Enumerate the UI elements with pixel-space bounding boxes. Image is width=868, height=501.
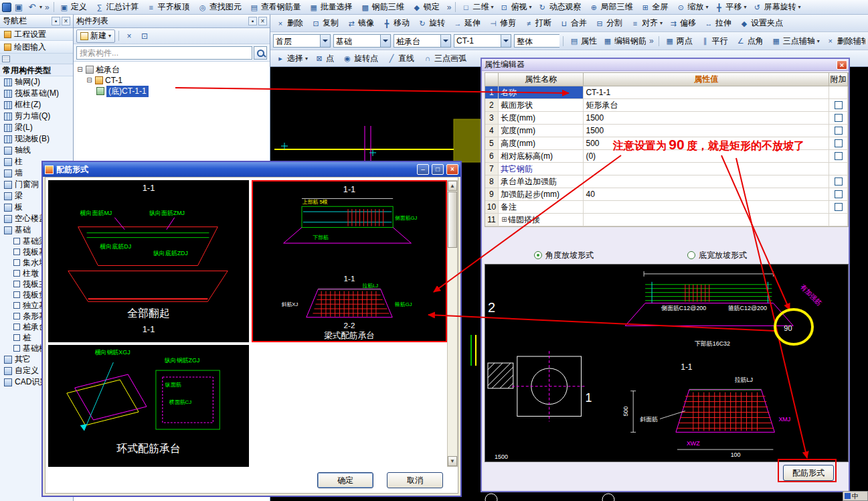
toolbar-button[interactable]: ⊔ 合并 bbox=[557, 17, 592, 29]
attach-checkbox[interactable] bbox=[835, 203, 843, 211]
toolbar-button[interactable]: ◆ 锁定 bbox=[410, 1, 444, 13]
sidebar-item[interactable]: 剪力墙(Q) bbox=[0, 111, 73, 122]
property-value[interactable]: (0) bbox=[584, 150, 829, 163]
toolbar-button[interactable]: × 删除 bbox=[273, 17, 308, 29]
toolbar-button[interactable]: ⇉ 偏移 bbox=[666, 17, 701, 29]
property-value[interactable]: 40 bbox=[584, 188, 829, 201]
attach-checkbox[interactable] bbox=[835, 127, 843, 135]
toolbar-button[interactable]: ╋ 平移 ▾ bbox=[711, 1, 749, 13]
toolbar-button[interactable]: × 删除辅轴 bbox=[823, 35, 865, 48]
toolbar-button[interactable]: ∩ 三点画弧 bbox=[420, 52, 471, 65]
property-row[interactable]: 4 宽度(mm) 1500 bbox=[485, 125, 848, 137]
attach-checkbox[interactable] bbox=[835, 101, 843, 109]
scrollbar-thumb[interactable] bbox=[448, 192, 457, 248]
sidebar-item[interactable]: 现浇板(B) bbox=[0, 133, 73, 145]
property-value[interactable]: 矩形承台 bbox=[584, 99, 829, 112]
rebar-style-option-full-flip[interactable]: 1-1 横向面筋MJ 纵向面筋ZMJ 横向底筋DJ 纵向底筋ZDJ 全部翻起 1… bbox=[48, 180, 249, 342]
sidebar-group[interactable]: 轴线 bbox=[0, 145, 73, 156]
toolbar-overflow-chevron[interactable]: » bbox=[648, 36, 655, 46]
toolbar-button[interactable]: ▦ 批量选择 bbox=[307, 1, 357, 13]
selection-combo[interactable]: CT-1 bbox=[454, 34, 511, 48]
close-icon[interactable]: × bbox=[258, 17, 267, 25]
property-value[interactable]: 1500 bbox=[584, 125, 829, 137]
property-row[interactable]: 2 截面形状 矩形承台 bbox=[485, 99, 848, 112]
toolbar-overflow-chevron[interactable]: » bbox=[446, 3, 453, 12]
toolbar-button[interactable]: ⊙ 缩放 ▾ bbox=[673, 1, 711, 13]
toolbar-button[interactable]: ▩ 钢筋三维 bbox=[358, 1, 409, 13]
radio-angle-slope[interactable]: 角度放坡形式 bbox=[534, 250, 594, 261]
toolbar-button[interactable]: ▤ 查看钢筋量 bbox=[247, 1, 306, 13]
toolbar-button[interactable]: □ 二维 ▾ bbox=[458, 1, 496, 13]
toolbar-button[interactable]: ∥ 平行 bbox=[698, 35, 733, 48]
dialog-scrollbar[interactable]: ▲ ▼ bbox=[447, 180, 458, 467]
toolbar-button[interactable]: ╋ 移动 bbox=[379, 17, 414, 29]
toolbar-button[interactable]: ≠ 打断 bbox=[521, 17, 556, 29]
property-row[interactable]: 7 其它钢筋 bbox=[485, 163, 848, 175]
property-value[interactable]: 500 bbox=[584, 137, 829, 150]
close-icon[interactable]: × bbox=[446, 164, 458, 175]
toolbar-button[interactable]: ⊡ 复制 bbox=[309, 17, 343, 29]
toolbar-button[interactable]: ▦ 两点 bbox=[663, 35, 697, 48]
chevron-down-icon[interactable] bbox=[320, 35, 330, 47]
scroll-up-icon[interactable]: ▲ bbox=[448, 181, 457, 191]
expand-icon[interactable]: ⊞ bbox=[501, 216, 508, 224]
collapse-icon[interactable]: ⊟ bbox=[86, 77, 93, 84]
chevron-down-icon[interactable] bbox=[380, 35, 390, 47]
property-row[interactable]: 6 相对底标高(m) (0) bbox=[485, 150, 848, 163]
sidebar-item[interactable]: 轴网(J) bbox=[0, 76, 73, 88]
toolbar-button[interactable]: ≡ 对齐 ▾ bbox=[628, 17, 665, 29]
property-row[interactable]: 5 高度(mm) 500 bbox=[485, 137, 848, 150]
property-value[interactable] bbox=[584, 201, 829, 214]
input-method-indicator[interactable]: 中 bbox=[843, 491, 868, 501]
chevron-down-icon[interactable] bbox=[440, 35, 450, 47]
save-icon[interactable]: ▣ bbox=[13, 1, 25, 13]
property-value[interactable] bbox=[584, 175, 829, 188]
rebar-style-option-ring[interactable]: 横向钢筋XGJ 纵向钢筋ZGJ 纵面筋 横面筋CJ 环式配筋承台 bbox=[48, 345, 249, 467]
ok-button[interactable]: 确定 bbox=[317, 472, 373, 488]
undo-dropdown-icon[interactable]: ▾ bbox=[39, 4, 42, 10]
toolbar-button[interactable]: ↔ 拉伸 bbox=[701, 17, 736, 29]
scroll-down-icon[interactable]: ▼ bbox=[448, 456, 457, 466]
attach-checkbox[interactable] bbox=[835, 190, 843, 198]
search-input[interactable] bbox=[76, 46, 252, 60]
attach-checkbox[interactable] bbox=[835, 152, 843, 160]
collapse-icon[interactable]: ⊟ bbox=[76, 66, 84, 74]
toolbar-button[interactable]: ↺ 屏幕旋转 ▾ bbox=[750, 1, 803, 13]
selection-combo[interactable]: 桩承台 bbox=[394, 34, 451, 48]
property-row[interactable]: 10 备注 bbox=[485, 201, 848, 214]
attach-checkbox[interactable] bbox=[835, 177, 843, 186]
toolbar-button[interactable]: ↻ 动态观察 bbox=[535, 1, 586, 13]
property-value[interactable] bbox=[584, 163, 829, 175]
property-row[interactable]: 9 加强筋起步(mm) 40 bbox=[485, 188, 848, 201]
property-row[interactable]: 11 ⊞ 锚固搭接 bbox=[485, 214, 848, 226]
selection-combo[interactable]: 基础 bbox=[333, 34, 391, 48]
toolbar-button[interactable]: ⊠ 点 bbox=[312, 52, 339, 65]
property-row[interactable]: 1 名称 CT-1-1 bbox=[485, 86, 848, 99]
undo-icon[interactable]: ↶ bbox=[26, 1, 38, 13]
toolbar-button[interactable]: ▣ 定义 bbox=[57, 1, 92, 13]
search-icon[interactable] bbox=[254, 46, 267, 60]
toolbar-button[interactable]: ▸ 选择 ▾ bbox=[273, 52, 311, 65]
toolbar-button[interactable]: ⊡ 俯视 ▾ bbox=[497, 1, 534, 13]
property-row[interactable]: 8 承台单边加强筋 bbox=[485, 175, 848, 188]
toolbar-button[interactable]: ◆ 设置夹点 bbox=[737, 17, 788, 29]
toolbar-button[interactable]: ⊕ 局部三维 bbox=[586, 1, 637, 13]
pin-icon[interactable]: ▪ bbox=[52, 17, 60, 25]
toolbar-button[interactable]: ∠ 点角 bbox=[733, 35, 768, 48]
toolbar-button[interactable]: ⊣ 修剪 bbox=[486, 17, 521, 29]
selection-combo[interactable]: 整体 bbox=[514, 34, 559, 48]
list-icon[interactable] bbox=[2, 56, 10, 62]
toolbar-button[interactable]: ╱ 直线 bbox=[384, 52, 419, 65]
close-icon[interactable]: × bbox=[837, 60, 847, 70]
chevron-down-icon[interactable] bbox=[501, 35, 511, 47]
toolbar-button[interactable]: ▦ 编辑钢筋 bbox=[600, 35, 646, 48]
toolbar-button[interactable]: ▦ 三点辅轴 ▾ bbox=[769, 35, 822, 48]
pin-icon[interactable]: ▪ bbox=[248, 17, 257, 25]
property-value[interactable]: CT-1-1 bbox=[584, 86, 829, 99]
sidebar-item[interactable]: 框柱(Z) bbox=[0, 99, 73, 111]
property-value[interactable] bbox=[584, 214, 829, 226]
toolbar-button[interactable]: ∑ 汇总计算 bbox=[92, 1, 143, 13]
maximize-icon[interactable]: □ bbox=[432, 164, 444, 175]
toolbar-button[interactable]: ◎ 查找图元 bbox=[195, 1, 246, 13]
property-value[interactable]: 1500 bbox=[584, 112, 829, 125]
